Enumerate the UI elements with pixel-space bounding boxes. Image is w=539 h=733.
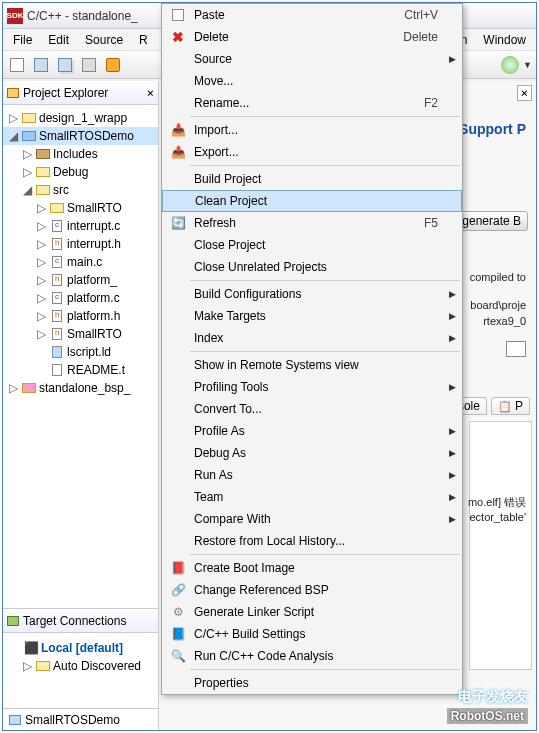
- status-text: SmallRTOSDemo: [25, 713, 120, 727]
- ctx-index[interactable]: Index▶: [162, 327, 462, 349]
- import-icon: 📥: [171, 123, 186, 137]
- analysis-icon: 🔍: [171, 649, 186, 663]
- ctx-move[interactable]: Move...: [162, 70, 462, 92]
- refresh-icon: 🔄: [171, 216, 186, 230]
- tree-node-interrupt-h[interactable]: ▷interrupt.h: [3, 235, 158, 253]
- project-icon: [9, 715, 21, 725]
- ctx-create-boot[interactable]: 📕Create Boot Image: [162, 557, 462, 579]
- paste-icon: [172, 9, 184, 21]
- ctx-close-unrelated[interactable]: Close Unrelated Projects: [162, 256, 462, 278]
- ctx-clean-project[interactable]: Clean Project: [162, 190, 462, 212]
- settings-icon: 📘: [171, 627, 186, 641]
- window-title: C/C++ - standalone_: [27, 9, 138, 23]
- tree-node-src[interactable]: ◢src: [3, 181, 158, 199]
- ctx-properties[interactable]: Properties: [162, 672, 462, 694]
- tree-node-main-c[interactable]: ▷main.c: [3, 253, 158, 271]
- boot-icon: 📕: [171, 561, 186, 575]
- ctx-import[interactable]: 📥Import...: [162, 119, 462, 141]
- console-output: [469, 421, 532, 670]
- text-box: [506, 341, 526, 357]
- watermark-elecfans: 电子发烧友: [458, 688, 528, 706]
- tree-node-platform-c[interactable]: ▷platform.c: [3, 289, 158, 307]
- ctx-refresh[interactable]: 🔄RefreshF5: [162, 212, 462, 234]
- ctx-make-targets[interactable]: Make Targets▶: [162, 305, 462, 327]
- ctx-restore-history[interactable]: Restore from Local History...: [162, 530, 462, 552]
- ctx-profiling-tools[interactable]: Profiling Tools▶: [162, 376, 462, 398]
- ctx-team[interactable]: Team▶: [162, 486, 462, 508]
- ctx-source[interactable]: Source▶: [162, 48, 462, 70]
- menu-file[interactable]: File: [5, 31, 40, 49]
- tree-node-lscript[interactable]: lscript.ld: [3, 343, 158, 361]
- tree-node-platform-folder[interactable]: ▷platform_: [3, 271, 158, 289]
- tree-node-smallrto2[interactable]: ▷SmallRTO: [3, 325, 158, 343]
- connection-icon: [7, 616, 19, 626]
- ctx-profile-as[interactable]: Profile As▶: [162, 420, 462, 442]
- ctx-export[interactable]: 📤Export...: [162, 141, 462, 163]
- tree-node-platform-h[interactable]: ▷platform.h: [3, 307, 158, 325]
- ctx-delete[interactable]: ✖DeleteDelete: [162, 26, 462, 48]
- run-button[interactable]: [501, 56, 519, 74]
- text-elf: mo.elf] 错误: [468, 495, 526, 510]
- target-connections-label: Target Connections: [23, 614, 126, 628]
- project-tree: ▷design_1_wrapp ◢SmallRTOSDemo ▷Includes…: [3, 105, 158, 608]
- ctx-close-project[interactable]: Close Project: [162, 234, 462, 256]
- tree-node-interrupt-c[interactable]: ▷interrupt.c: [3, 217, 158, 235]
- menu-source[interactable]: Source: [77, 31, 131, 49]
- ctx-build-project[interactable]: Build Project: [162, 168, 462, 190]
- support-tab-label[interactable]: Support P: [459, 121, 526, 137]
- bsp-icon: 🔗: [171, 583, 186, 597]
- ctx-debug-as[interactable]: Debug As▶: [162, 442, 462, 464]
- export-icon: 📤: [171, 145, 186, 159]
- text-rtex: rtexa9_0: [483, 315, 526, 327]
- close-editor-icon[interactable]: ⨯: [517, 85, 532, 101]
- ctx-compare-with[interactable]: Compare With▶: [162, 508, 462, 530]
- watermark-robotos: RobotOS.net: [447, 708, 528, 724]
- target-connections-tab[interactable]: Target Connections: [3, 609, 158, 633]
- linker-icon: ⚙: [173, 605, 184, 619]
- tree-node-includes[interactable]: ▷Includes: [3, 145, 158, 163]
- ctx-paste[interactable]: PasteCtrl+V: [162, 4, 462, 26]
- ctx-run-as[interactable]: Run As▶: [162, 464, 462, 486]
- project-explorer-tab[interactable]: Project Explorer ⨯: [3, 81, 158, 105]
- ctx-linker-script[interactable]: ⚙Generate Linker Script: [162, 601, 462, 623]
- menu-edit[interactable]: Edit: [40, 31, 77, 49]
- print-button[interactable]: [79, 55, 99, 75]
- ctx-build-settings[interactable]: 📘C/C++ Build Settings: [162, 623, 462, 645]
- project-explorer-label: Project Explorer: [23, 86, 108, 100]
- p-tab[interactable]: 📋 P: [491, 397, 530, 415]
- text-board: board\proje: [470, 299, 526, 311]
- ctx-convert-to[interactable]: Convert To...: [162, 398, 462, 420]
- save-button[interactable]: [31, 55, 51, 75]
- menu-window[interactable]: Window: [475, 31, 534, 49]
- save-all-button[interactable]: [55, 55, 75, 75]
- menu-r[interactable]: R: [131, 31, 156, 49]
- ctx-build-config[interactable]: Build Configurations▶: [162, 283, 462, 305]
- context-menu: PasteCtrl+V ✖DeleteDelete Source▶ Move..…: [161, 3, 463, 695]
- target-local[interactable]: ⬛Local [default]: [3, 639, 158, 657]
- ctx-remote-systems[interactable]: Show in Remote Systems view: [162, 354, 462, 376]
- tree-node-smallrto-folder[interactable]: ▷SmallRTO: [3, 199, 158, 217]
- tree-node-debug[interactable]: ▷Debug: [3, 163, 158, 181]
- ctx-rename[interactable]: Rename...F2: [162, 92, 462, 114]
- tree-node-readme[interactable]: README.t: [3, 361, 158, 379]
- status-bar: SmallRTOSDemo: [3, 708, 158, 730]
- build-button[interactable]: [103, 55, 123, 75]
- tree-node-design[interactable]: ▷design_1_wrapp: [3, 109, 158, 127]
- target-auto-discovered[interactable]: ▷Auto Discovered: [3, 657, 158, 675]
- tree-node-standalone-bsp[interactable]: ▷standalone_bsp_: [3, 379, 158, 397]
- delete-icon: ✖: [172, 29, 184, 45]
- tree-node-smallrtos[interactable]: ◢SmallRTOSDemo: [3, 127, 158, 145]
- text-vector: ector_table': [469, 511, 526, 523]
- ctx-change-bsp[interactable]: 🔗Change Referenced BSP: [162, 579, 462, 601]
- folder-icon: [7, 88, 19, 98]
- text-compiled: compiled to: [470, 271, 526, 283]
- new-button[interactable]: [7, 55, 27, 75]
- ctx-code-analysis[interactable]: 🔍Run C/C++ Code Analysis: [162, 645, 462, 667]
- sdk-icon: SDK: [7, 8, 23, 24]
- close-view-icon[interactable]: ⨯: [147, 86, 154, 100]
